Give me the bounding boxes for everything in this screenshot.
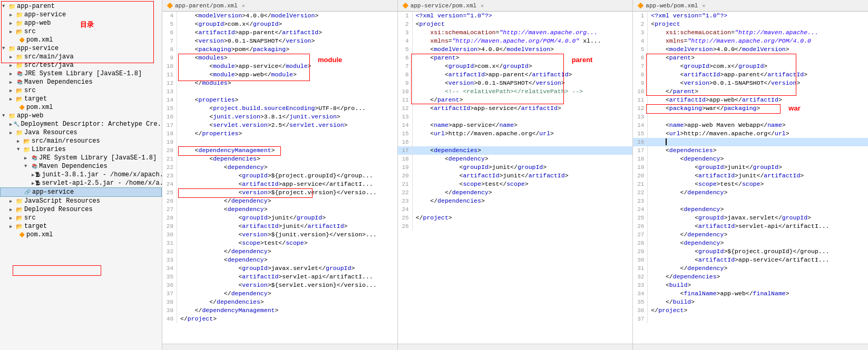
editor-scrollbar[interactable]: [398, 344, 633, 350]
project-icon: 📁: [8, 112, 16, 119]
lib-icon: 📚: [16, 78, 23, 86]
sidebar-item-src-test-java[interactable]: ▶ 📁 src/test/java: [0, 61, 162, 69]
code-line: 24 <artifactId>app-service</artifactI...: [162, 180, 397, 188]
sidebar-item-app-service-link[interactable]: 🔗 app-service: [0, 187, 162, 197]
editor-service-pom: 🔶 app-service/pom.xml ✕ parent 1<?xml ve…: [398, 0, 633, 350]
folder-icon: 📁: [16, 62, 23, 69]
sidebar-item-app-service[interactable]: ▼ 📁 app-service: [0, 44, 162, 53]
code-line: 23 </dependencies>: [398, 197, 633, 205]
sidebar-item-js-resources[interactable]: ▶ 📁 JavaScript Resources: [0, 197, 162, 205]
sidebar-item-java-resources[interactable]: ▶ 📁 Java Resources: [0, 128, 162, 137]
sidebar-item-pom-web[interactable]: 🔶 pom.xml: [0, 231, 162, 239]
editor-tab-web[interactable]: 🔶 app-web/pom.xml ✕: [633, 0, 868, 12]
sidebar-item-deployed-resources[interactable]: ▶ 📂 Deployed Resources: [0, 205, 162, 214]
code-line: 25 <version>${project.version}</versio..…: [162, 188, 397, 197]
editor-scrollbar[interactable]: [162, 344, 397, 350]
sidebar-item-label: src: [24, 87, 36, 94]
editor-scrollbar[interactable]: [633, 344, 868, 350]
folder-icon: 📂: [16, 87, 23, 94]
code-line: 17 <dependencies>: [633, 146, 868, 155]
code-line: 3 xsi:schemaLocation="http://maven.apach…: [633, 28, 868, 37]
arrow-icon: ▶: [9, 215, 15, 221]
code-line: 21 <scope>test</scope>: [398, 180, 633, 188]
sidebar-item-app-parent[interactable]: ▼ 📁 app-parent: [0, 2, 162, 11]
folder-icon: 📂: [16, 214, 23, 222]
editor-tab-service[interactable]: 🔶 app-service/pom.xml ✕: [398, 0, 633, 12]
sidebar-item-app-web[interactable]: ▼ 📁 app-web: [0, 112, 162, 120]
sidebar-item-label: src: [24, 214, 36, 222]
code-line: 7 <version>0.0.1-SNAPSHOT</version>: [162, 37, 397, 45]
sidebar-item-label: app-web: [24, 19, 51, 27]
code-line: 5 <groupId>com.x</groupId>: [162, 20, 397, 28]
sidebar-item-target2[interactable]: ▶ 📂 target: [0, 222, 162, 231]
folder-icon: 📂: [16, 206, 23, 213]
editor-content-service[interactable]: 1<?xml version="1.0"?> 2<project 3 xsi:s…: [398, 12, 633, 344]
code-line: 22 </dependency>: [398, 188, 633, 197]
sidebar-item-libraries[interactable]: ▼ 📁 Libraries: [0, 145, 162, 154]
lib-icon: 📚: [31, 163, 38, 170]
sidebar-item-pom-root[interactable]: 🔶 pom.xml: [0, 36, 162, 44]
sidebar-item-target[interactable]: ▶ 📂 target: [0, 95, 162, 103]
code-line: 9 <version>0.0.1-SNAPSHOT</version>: [398, 79, 633, 87]
code-line: 5 <modelVersion>4.0.0</modelVersion>: [398, 45, 633, 54]
code-line: 15 <url>http://maven.apache.org</url>: [633, 129, 868, 138]
sidebar-item-servlet-jar[interactable]: ▶ 🗜 servlet-api-2.5.jar - /home/x/a...: [0, 179, 162, 187]
code-line: 4 xmlns="http://maven.apache.org/POM/4.0…: [633, 37, 868, 45]
code-line: 31 <scope>test</scope>: [162, 239, 397, 247]
sidebar-item-src-main-resources[interactable]: ▶ 📂 src/main/resources: [0, 137, 162, 145]
sidebar-item-src2[interactable]: ▶ 📂 src: [0, 86, 162, 95]
sidebar-item-jre-lib2[interactable]: ▶ 📚 JRE System Library [JavaSE-1.8]: [0, 154, 162, 162]
code-line: 25</project>: [398, 214, 633, 222]
code-line: 29 <artifactId>junit</artifactId>: [162, 222, 397, 231]
annotation-mulu: 目录: [80, 20, 94, 29]
code-line: 18 <dependency>: [398, 155, 633, 163]
arrow-icon: ▶: [9, 88, 15, 94]
sidebar-item-label: app-service: [17, 45, 58, 52]
code-line: 28 <groupId>junit</groupId>: [162, 214, 397, 222]
sidebar-item-src-main-java[interactable]: ▶ 📁 src/main/java: [0, 53, 162, 61]
code-line: 2<project: [398, 20, 633, 28]
close-icon[interactable]: ✕: [481, 3, 484, 9]
code-line: 26: [398, 222, 633, 231]
sidebar[interactable]: 目录 ▼ 📁 app-parent ▶ 📁 app-service ▶ 📁 ap…: [0, 0, 162, 350]
code-line: 10 </parent>: [633, 87, 868, 96]
code-line: 21 <dependencies>: [162, 155, 397, 163]
code-line: 6 <artifactId>app-parent</artifactId>: [162, 28, 397, 37]
code-line: 20 <artifactId>junit</artifactId>: [633, 172, 868, 180]
code-line: 35 <artifactId>servlet-api</artifactI...: [162, 273, 397, 281]
code-line: 16: [633, 138, 868, 146]
arrow-icon: ▶: [17, 138, 22, 144]
code-line: 39 </dependencyManagement>: [162, 306, 397, 315]
close-icon[interactable]: ✕: [702, 3, 705, 9]
code-line: 13: [398, 113, 633, 121]
code-line: 36</project>: [633, 306, 868, 315]
tab-label: app-web/pom.xml: [646, 3, 698, 9]
sidebar-item-junit-jar[interactable]: ▶ 🗜 junit-3.8.1.jar - /home/x/apach...: [0, 171, 162, 179]
sidebar-item-app-service-child[interactable]: ▶ 📁 app-service: [0, 11, 162, 19]
sidebar-item-jre-lib[interactable]: ▶ 📚 JRE System Library [JavaSE-1.8]: [0, 69, 162, 78]
link-icon: 🔗: [24, 188, 31, 196]
arrow-icon: ▶: [9, 130, 15, 136]
sidebar-item-label: pom.xml: [26, 104, 53, 111]
close-icon[interactable]: ✕: [242, 3, 245, 9]
code-line: 30 <artifactId>app-service</artifactI...: [633, 256, 868, 264]
code-line: 15 <project.build.sourceEncoding>UTF-8</…: [162, 104, 397, 113]
editor-content-parent[interactable]: 4 <modelVersion>4.0.0</modelVersion> 5 <…: [162, 12, 397, 344]
sidebar-item-pom-service[interactable]: 🔶 pom.xml: [0, 103, 162, 112]
code-line: 3 xsi:schemaLocation="http://maven.apach…: [398, 28, 633, 37]
sidebar-item-src3[interactable]: ▶ 📂 src: [0, 214, 162, 222]
code-line: 17 <dependencies>: [398, 146, 633, 155]
code-line: 1<?xml version="1.0"?>: [398, 12, 633, 20]
code-line: 14 <name>app-service</name>: [398, 121, 633, 129]
code-line: 6 <parent>: [633, 54, 868, 62]
sidebar-item-deploy-desc[interactable]: ▶ 🔧 Deployment Descriptor: Archetype Cre…: [0, 120, 162, 128]
tab-icon: 🔶: [637, 3, 643, 9]
sidebar-item-label: junit-3.8.1.jar - /home/x/apach...: [42, 171, 162, 178]
xml-icon: 🔶: [18, 104, 25, 111]
editor-content-web[interactable]: 1<?xml version="1.0"?> 2<project 3 xsi:s…: [633, 12, 868, 344]
editor-tab-parent[interactable]: 🔶 app-parent/pom.xml ✕: [162, 0, 397, 12]
sidebar-item-maven-deps[interactable]: ▶ 📚 Maven Dependencies: [0, 78, 162, 86]
sidebar-item-maven-deps2[interactable]: ▼ 📚 Maven Dependencies: [0, 162, 162, 171]
code-line: 25 <groupId>javax.servlet</groupId>: [633, 214, 868, 222]
arrow-icon: ▶: [9, 29, 15, 35]
